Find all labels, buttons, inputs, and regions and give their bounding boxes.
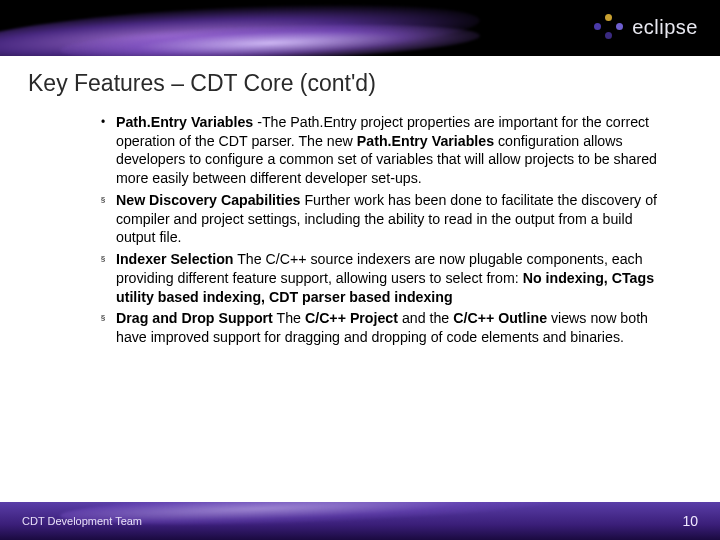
bullet-text-run: Path.Entry Variables	[357, 133, 494, 149]
bullet-text-run: C/C++ Project	[305, 310, 398, 326]
bullet-text-run: C/C++ Outline	[453, 310, 547, 326]
bullet-square-icon: §	[96, 309, 110, 327]
eclipse-logo-icon	[594, 14, 624, 40]
bullet-square-icon: §	[96, 250, 110, 268]
footer-team: CDT Development Team	[22, 515, 142, 527]
bullet-text-run: Indexer Selection	[116, 251, 233, 267]
bullet-item: §Drag and Drop Support The C/C++ Project…	[96, 309, 674, 346]
bullet-square-icon: §	[96, 191, 110, 209]
eclipse-logo: eclipse	[594, 14, 698, 40]
footer-bar: CDT Development Team 10	[0, 502, 720, 540]
slide: eclipse Key Features – CDT Core (cont'd)…	[0, 0, 720, 540]
bullet-item: •Path.Entry Variables -The Path.Entry pr…	[96, 113, 674, 188]
eclipse-logo-text: eclipse	[632, 16, 698, 39]
header-bar: eclipse	[0, 0, 720, 56]
bullet-text-run: and the	[398, 310, 453, 326]
bullet-text-run: Drag and Drop Support	[116, 310, 273, 326]
bullet-text-run: New Discovery Capabilities	[116, 192, 301, 208]
bullet-item: §New Discovery Capabilities Further work…	[96, 191, 674, 247]
page-number: 10	[682, 513, 698, 529]
slide-title: Key Features – CDT Core (cont'd)	[0, 56, 720, 105]
bullet-item: §Indexer Selection The C/C++ source inde…	[96, 250, 674, 306]
slide-body: •Path.Entry Variables -The Path.Entry pr…	[0, 105, 720, 502]
bullet-text-run: Path.Entry Variables	[116, 114, 253, 130]
bullet-dot-icon: •	[96, 113, 110, 131]
bullet-list: •Path.Entry Variables -The Path.Entry pr…	[96, 113, 674, 347]
bullet-text-run: The	[273, 310, 305, 326]
